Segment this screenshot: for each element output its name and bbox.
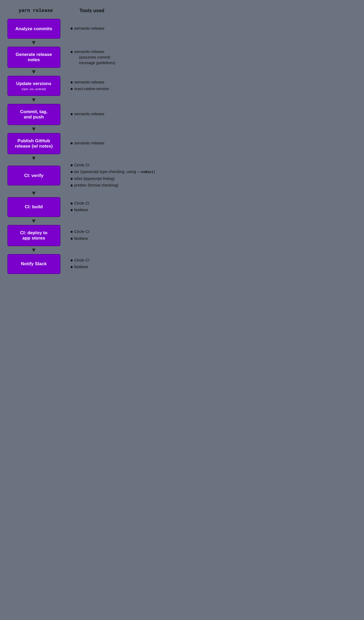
tools-col-notify-slack: ●Circle CI●fastlane: [62, 257, 177, 271]
tool-item: ●semantic-release: [70, 140, 177, 146]
down-arrow-icon: ▼: [31, 126, 37, 132]
step-box-ci-deploy: CI: deploy toapp stores: [7, 225, 60, 246]
tool-item: ●Circle CI: [70, 229, 177, 235]
down-arrow-icon: ▼: [31, 247, 37, 253]
arrow-row: ▼: [5, 96, 177, 104]
bullet-icon: ●: [70, 200, 73, 206]
tools-col-ci-build: ●Circle CI●fastlane: [62, 200, 177, 214]
step-box-notify-slack: Notify Slack: [7, 254, 60, 274]
step-box-commit-tag-push: Commit, tag,and push: [7, 104, 60, 125]
tool-item: ●fastlane: [70, 236, 177, 242]
tool-item: ●tsc (typescript type-checking, using --…: [70, 169, 177, 175]
bullet-icon: ●: [70, 79, 73, 85]
arrow-row: ▼: [5, 154, 177, 162]
tool-item: ●Circle CI: [70, 257, 177, 263]
tool-item: ●Circle CI: [70, 200, 177, 206]
down-arrow-icon: ▼: [31, 97, 37, 103]
tool-item: ●fastlane: [70, 264, 177, 270]
tool-text: semantic-release(assumes commitmessage g…: [74, 49, 116, 65]
flow-container: Analyze commits●semantic-release▼Generat…: [5, 19, 177, 274]
arrow-row: ▼: [5, 68, 177, 76]
bullet-icon: ●: [70, 182, 73, 188]
tools-col-update-versions: ●semantic-release●react-native-version: [62, 79, 177, 93]
tool-text: Circle CI: [74, 257, 90, 263]
arrow-row: ▼: [5, 39, 177, 47]
tool-item: ●semantic-release(assumes commitmessage …: [70, 49, 177, 65]
bullet-icon: ●: [70, 236, 73, 242]
flow-row-analyze-commits: Analyze commits●semantic-release: [5, 19, 177, 39]
arrow-row: ▼: [5, 217, 177, 225]
flow-row-ci-verify: CI: verify●Circle CI●tsc (typescript typ…: [5, 162, 177, 189]
flow-row-notify-slack: Notify Slack●Circle CI●fastlane: [5, 254, 177, 274]
tool-text: semantic-release: [74, 79, 104, 85]
bullet-icon: ●: [70, 140, 73, 146]
bullet-icon: ●: [70, 257, 73, 263]
page-container: yarn release Tools used Analyze commits●…: [5, 8, 177, 302]
bullet-icon: ●: [70, 264, 73, 270]
tool-text: semantic-release: [74, 140, 104, 146]
header-row: yarn release Tools used: [5, 8, 177, 14]
down-arrow-icon: ▼: [31, 40, 37, 46]
down-arrow-icon: ▼: [31, 69, 37, 75]
tool-text: prettier (format checking): [74, 182, 118, 188]
tool-text: fastlane: [74, 264, 88, 269]
tool-text: semantic-release: [74, 25, 104, 31]
tool-item: ●fastlane: [70, 207, 177, 213]
bullet-icon: ●: [70, 86, 73, 92]
tool-text: fastlane: [74, 207, 88, 212]
bullet-icon: ●: [70, 25, 73, 32]
tool-item: ●tslint (typescript linting): [70, 176, 177, 182]
tool-text: fastlane: [74, 236, 88, 241]
tools-col-generate-release-notes: ●semantic-release(assumes commitmessage …: [62, 49, 177, 66]
flow-row-publish-github-release: Publish GitHubrelease (w/ notes)●semanti…: [5, 133, 177, 154]
tool-item: ●semantic-release: [70, 25, 177, 32]
step-box-ci-verify: CI: verify: [7, 166, 60, 185]
step-box-generate-release-notes: Generate releasenotes: [7, 47, 60, 68]
tool-item: ●prettier (format checking): [70, 182, 177, 188]
bullet-icon: ●: [70, 111, 73, 117]
tools-col-ci-verify: ●Circle CI●tsc (typescript type-checking…: [62, 162, 177, 189]
flow-row-ci-build: CI: build●Circle CI●fastlane: [5, 197, 177, 217]
tools-col-ci-deploy: ●Circle CI●fastlane: [62, 229, 177, 242]
arrow-row: ▼: [5, 125, 177, 133]
tools-col-commit-tag-push: ●semantic-release: [62, 111, 177, 118]
bullet-icon: ●: [70, 176, 73, 182]
flow-row-ci-deploy: CI: deploy toapp stores●Circle CI●fastla…: [5, 225, 177, 246]
arrow-row: ▼: [5, 189, 177, 197]
step-box-analyze-commits: Analyze commits: [7, 19, 60, 39]
step-box-update-versions: Update versions(npm, ios, android): [7, 76, 60, 96]
bullet-icon: ●: [70, 229, 73, 235]
flow-row-generate-release-notes: Generate releasenotes●semantic-release(a…: [5, 47, 177, 68]
tool-item: ●react-native-version: [70, 86, 177, 92]
tool-item: ●Circle CI: [70, 162, 177, 168]
bullet-icon: ●: [70, 169, 73, 175]
tool-item: ●semantic-release: [70, 111, 177, 117]
bullet-icon: ●: [70, 49, 73, 55]
tool-text: tslint (typescript linting): [74, 176, 115, 181]
tool-text: Circle CI: [74, 162, 90, 168]
flow-row-commit-tag-push: Commit, tag,and push●semantic-release: [5, 104, 177, 125]
step-box-ci-build: CI: build: [7, 197, 60, 217]
tool-text: tsc (typescript type-checking, using --n…: [74, 169, 155, 175]
tool-item: ●semantic-release: [70, 79, 177, 85]
bullet-icon: ●: [70, 162, 73, 168]
step-box-publish-github-release: Publish GitHubrelease (w/ notes): [7, 133, 60, 154]
down-arrow-icon: ▼: [31, 190, 37, 196]
down-arrow-icon: ▼: [31, 155, 37, 161]
flow-row-update-versions: Update versions(npm, ios, android)●seman…: [5, 76, 177, 96]
down-arrow-icon: ▼: [31, 218, 37, 224]
tool-text: Circle CI: [74, 229, 90, 234]
header-right: Tools used: [64, 8, 174, 14]
header-left: yarn release: [8, 8, 64, 13]
tool-text: semantic-release: [74, 111, 104, 117]
tools-col-analyze-commits: ●semantic-release: [62, 25, 177, 32]
bullet-icon: ●: [70, 207, 73, 213]
tool-text: Circle CI: [74, 200, 90, 206]
arrow-row: ▼: [5, 246, 177, 254]
tool-text: react-native-version: [74, 86, 109, 91]
tools-col-publish-github-release: ●semantic-release: [62, 140, 177, 147]
